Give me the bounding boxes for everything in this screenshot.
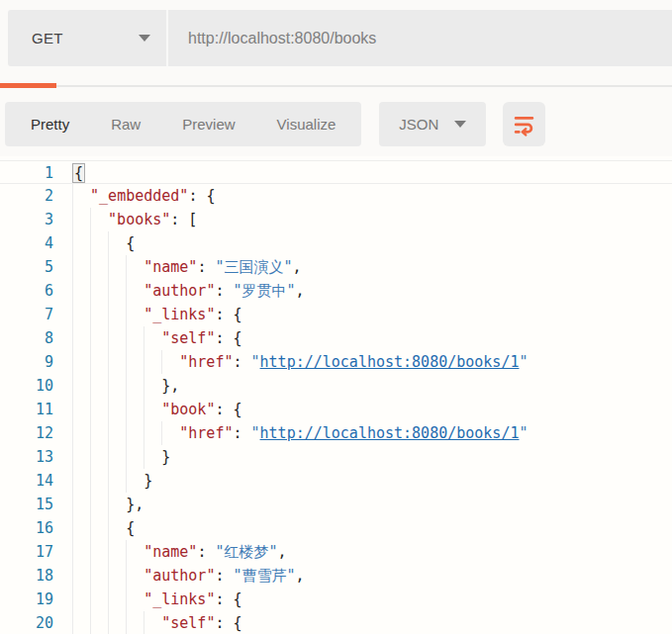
indent-guide (90, 564, 108, 588)
json-key: "self" (161, 329, 215, 347)
indent-guide (72, 350, 90, 374)
indent-guide (72, 611, 90, 634)
json-token: : (233, 353, 250, 371)
indent-guide (90, 611, 108, 634)
view-tab-pretty[interactable]: Pretty (31, 116, 69, 133)
indent-guide (108, 516, 126, 540)
json-key: "self" (161, 614, 215, 632)
json-string: "罗贯中" (234, 282, 296, 300)
indent-guide (90, 326, 108, 350)
json-token: : { (215, 329, 241, 347)
indent-guide (108, 493, 126, 516)
response-body-editor[interactable]: 1{2"_embedded": {3"books": [4{5"name": "… (0, 156, 672, 634)
indent-guide (126, 588, 144, 611)
wrap-text-button[interactable] (503, 102, 545, 146)
indent-guide (90, 398, 108, 421)
indent-guide (126, 421, 144, 445)
json-token: }, (161, 377, 179, 395)
json-token: { (126, 519, 135, 537)
tab-divider (0, 85, 672, 87)
json-token: : (215, 567, 233, 585)
indent-guide (126, 255, 144, 279)
json-string: "三国演义" (215, 258, 292, 276)
line-content: }, (72, 493, 144, 516)
line-content: "books": [ (72, 208, 197, 231)
indent-guide (72, 303, 90, 326)
response-toolbar: PrettyRawPreviewVisualize JSON (5, 102, 672, 146)
code-line: 5"name": "三国演义", (0, 255, 672, 279)
format-label: JSON (399, 116, 438, 133)
json-token: , (293, 258, 302, 276)
view-tab-visualize[interactable]: Visualize (277, 116, 336, 133)
chevron-down-icon (454, 121, 466, 128)
line-number: 8 (0, 326, 53, 350)
line-number: 19 (0, 588, 53, 611)
indent-guide (72, 469, 90, 493)
code-line: 15}, (0, 493, 672, 516)
line-number: 2 (0, 184, 53, 208)
line-content: "_links": { (72, 303, 242, 326)
json-token: : (233, 424, 250, 442)
view-tab-raw[interactable]: Raw (111, 116, 141, 133)
line-number: 16 (0, 516, 53, 540)
line-content: "author": "罗贯中", (72, 279, 305, 303)
line-number: 10 (0, 374, 53, 398)
code-line: 12"href": "http://localhost:8080/books/1… (0, 421, 672, 445)
wrap-text-icon (512, 112, 536, 136)
indent-guide (90, 231, 108, 255)
line-content: "name": "三国演义", (72, 255, 302, 279)
code-line: 8"self": { (0, 326, 672, 350)
line-content: }, (72, 374, 179, 398)
indent-guide (108, 588, 126, 611)
indent-guide (144, 350, 161, 374)
json-link[interactable]: http://localhost:8080/books/1 (260, 353, 520, 371)
indent-guide (126, 326, 144, 350)
json-key: "_links" (144, 306, 215, 323)
json-token: : [ (170, 211, 197, 228)
line-number: 11 (0, 398, 53, 421)
indent-guide (72, 398, 90, 421)
line-content: "_links": { (72, 588, 242, 611)
url-input[interactable]: http://localhost:8080/books (168, 10, 672, 66)
code-line: 3"books": [ (0, 208, 672, 231)
indent-guide (144, 398, 161, 421)
indent-guide (108, 255, 126, 279)
indent-guide (72, 279, 90, 303)
line-number: 3 (0, 208, 53, 231)
indent-guide (126, 279, 144, 303)
indent-guide (90, 350, 108, 374)
json-string: "红楼梦" (215, 543, 277, 561)
view-tab-preview[interactable]: Preview (182, 116, 235, 133)
url-value: http://localhost:8080/books (188, 30, 376, 47)
line-number: 7 (0, 303, 53, 326)
indent-guide (90, 208, 108, 231)
indent-guide (72, 231, 90, 255)
line-number: 17 (0, 540, 53, 564)
line-content: } (72, 469, 152, 493)
line-number: 1 (0, 161, 53, 183)
method-dropdown[interactable]: GET (8, 10, 168, 66)
code-line: 9"href": "http://localhost:8080/books/1" (0, 350, 672, 374)
indent-guide (126, 445, 144, 469)
json-token: } (161, 448, 170, 466)
line-content: "book": { (72, 398, 242, 421)
json-key: "books" (108, 211, 170, 228)
format-dropdown[interactable]: JSON (379, 102, 486, 146)
indent-guide (144, 445, 161, 469)
code-line: 16{ (0, 516, 672, 540)
line-number: 13 (0, 445, 53, 469)
json-token: { (126, 234, 135, 252)
json-link[interactable]: http://localhost:8080/books/1 (260, 424, 520, 442)
json-string: "曹雪芹" (234, 567, 296, 585)
code-line: 14} (0, 469, 672, 493)
indent-guide (144, 374, 161, 398)
json-string: " (251, 353, 260, 371)
indent-guide (72, 516, 90, 540)
indent-guide (126, 540, 144, 564)
code-line: 1{ (0, 160, 672, 184)
active-tab-indicator (0, 83, 56, 88)
json-key: "href" (179, 424, 233, 442)
json-token: } (144, 472, 152, 490)
json-token: : { (188, 187, 215, 205)
line-content: { (72, 231, 135, 255)
